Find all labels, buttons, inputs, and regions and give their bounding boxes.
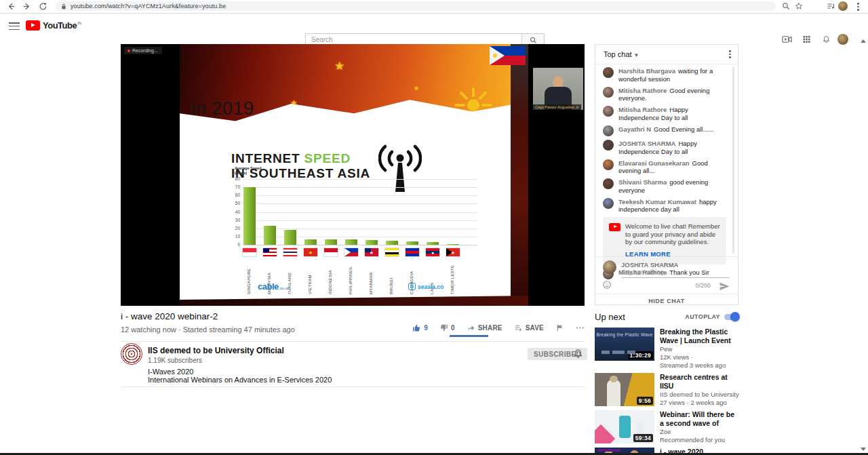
chat-message-body: Harshita Bhargavawaiting for a wonderful… bbox=[618, 67, 726, 83]
country-flag-indonesia bbox=[324, 248, 338, 256]
hide-chat-button[interactable]: HIDE CHAT bbox=[595, 298, 738, 304]
chart-gridline bbox=[243, 212, 477, 213]
chat-message-input[interactable] bbox=[621, 268, 730, 278]
back-icon[interactable] bbox=[7, 2, 16, 11]
autoplay-toggle[interactable] bbox=[724, 314, 739, 320]
divider bbox=[121, 387, 585, 387]
video-info: Breaking the Plastic Wave | Launch Event… bbox=[654, 328, 739, 370]
forward-icon[interactable] bbox=[22, 2, 31, 11]
chart-y-axis-label: Average Speed (Mbps) bbox=[235, 166, 266, 175]
seasia-logo: seasia.co bbox=[408, 283, 443, 290]
chart-gridline bbox=[243, 187, 477, 188]
up-next-item[interactable]: 59:34Webinar: Will there be a second wav… bbox=[595, 410, 739, 444]
chat-avatar bbox=[603, 140, 614, 151]
philippines-flag bbox=[490, 46, 526, 65]
apps-grid-icon[interactable] bbox=[802, 35, 810, 43]
video-player[interactable]: ★ ★ ★ ★ In 2019 INTERNET SPEED IN SOUTHE… bbox=[121, 44, 585, 306]
up-next-list: Breaking the Plastic Wave1:30:29Breaking… bbox=[595, 328, 739, 455]
thumbs-down-icon bbox=[439, 323, 448, 332]
chat-avatar bbox=[603, 67, 614, 78]
chart-category-label: SINGAPORE bbox=[247, 259, 251, 294]
channel-bell-icon[interactable] bbox=[573, 349, 583, 359]
chart-bar bbox=[427, 242, 439, 245]
chat-avatar bbox=[603, 159, 614, 170]
youtube-logo[interactable]: YouTube IN bbox=[26, 20, 81, 31]
chart-bar bbox=[304, 239, 317, 245]
notice-body: Welcome to live chat! Remember to guard … bbox=[625, 222, 720, 259]
chat-message: Mitisha RathoreHappy Independence Day to… bbox=[603, 106, 726, 121]
chart-bar bbox=[366, 240, 378, 245]
chart-y-tick: 0 bbox=[231, 242, 240, 247]
report-button[interactable] bbox=[555, 323, 564, 332]
send-icon[interactable] bbox=[719, 281, 730, 290]
youtube-wordmark: YouTube bbox=[43, 20, 77, 31]
emoji-icon[interactable] bbox=[602, 280, 612, 290]
search-icon bbox=[530, 37, 537, 44]
toggle-knob bbox=[730, 312, 740, 321]
scrollbar-down-arrow[interactable] bbox=[861, 448, 866, 451]
dislike-button[interactable]: 0 bbox=[439, 323, 455, 332]
chat-message: Elavarasi GunasekaranGood evening all... bbox=[603, 159, 726, 175]
url-text: youtube.com/watch?v=qAYCMz1Aurk&feature=… bbox=[71, 3, 226, 9]
save-button[interactable]: SAVE bbox=[514, 323, 544, 332]
cable-suffix: .co.uk bbox=[279, 286, 290, 290]
slide-sky-banner: ★ ★ ★ ★ bbox=[180, 44, 528, 140]
zoom-page-icon[interactable] bbox=[782, 2, 790, 11]
channel-avatar[interactable] bbox=[121, 343, 142, 365]
video-description: I-Waves 2020 International Webinars on A… bbox=[148, 368, 332, 384]
chat-menu-icon[interactable] bbox=[729, 50, 731, 60]
youtube-watch-page: youtube.com/watch?v=qAYCMz1Aurk&feature=… bbox=[0, 0, 868, 455]
chart-category-label: TIMOR LESTE bbox=[450, 259, 454, 294]
channel-name[interactable]: IIS deemed to be University Official bbox=[148, 346, 284, 355]
chart-category-label: INDONESIA bbox=[328, 259, 332, 294]
up-next-item[interactable]: Breaking the Plastic Wave1:30:29Breaking… bbox=[595, 328, 739, 370]
video-stats: 12 watching now · Started streaming 47 m… bbox=[121, 325, 295, 334]
bookmark-star-icon[interactable] bbox=[795, 2, 803, 11]
account-avatar[interactable] bbox=[837, 34, 848, 45]
chat-author: Harshita Bhargava bbox=[618, 67, 675, 75]
chat-avatar bbox=[603, 125, 614, 136]
flag-emblem: ★ bbox=[304, 248, 317, 256]
browser-profile-avatar[interactable] bbox=[838, 1, 848, 11]
video-meta: Pew bbox=[660, 345, 739, 353]
chat-author: Mitisha Rathore bbox=[618, 87, 667, 94]
video-thumbnail: 9:56 bbox=[595, 373, 654, 406]
notifications-bell-icon[interactable] bbox=[821, 35, 830, 43]
padlock-icon bbox=[61, 3, 66, 9]
chart-y-tick: 80 bbox=[231, 176, 240, 181]
like-button[interactable]: 9 bbox=[412, 323, 428, 332]
recording-dot-icon bbox=[127, 50, 130, 52]
browser-menu-icon[interactable] bbox=[857, 3, 859, 12]
flag-emblem: ★ bbox=[446, 248, 460, 256]
chart-category-label: BRUNEI bbox=[389, 259, 393, 294]
more-actions-button[interactable] bbox=[576, 323, 585, 332]
chat-mode-dropdown[interactable]: Top chat▼ bbox=[604, 50, 639, 58]
chart-gridline bbox=[243, 179, 477, 180]
chat-message-body: Teekesh Kumar Kumawathappy independence … bbox=[618, 198, 726, 214]
up-next-item[interactable]: 9:56Research centres at IISUIIS deemed t… bbox=[595, 373, 739, 407]
guide-menu-icon[interactable] bbox=[9, 22, 20, 31]
up-next-section: Up next AUTOPLAY Breaking the Plastic Wa… bbox=[595, 311, 739, 455]
flag-canton bbox=[263, 248, 269, 252]
philippine-sun-art bbox=[450, 86, 497, 123]
chat-message-body: Mitisha RathoreHappy Independence Day to… bbox=[618, 106, 726, 121]
chart-gridline bbox=[243, 245, 477, 245]
chart-bar bbox=[243, 187, 256, 245]
youtube-masthead: YouTube IN bbox=[0, 14, 868, 39]
video-meta: 12K views · bbox=[660, 353, 739, 361]
presentation-slide: ★ ★ ★ ★ In 2019 INTERNET SPEED IN SOUTHE… bbox=[180, 44, 528, 306]
scrollbar-up-arrow[interactable] bbox=[861, 39, 866, 43]
share-button[interactable]: SHARE bbox=[467, 323, 502, 332]
chat-avatar bbox=[603, 106, 614, 117]
chart-gridline bbox=[243, 229, 477, 229]
divider bbox=[595, 256, 738, 257]
create-video-icon[interactable] bbox=[782, 35, 792, 43]
video-thumbnail: Breaking the Plastic Wave1:30:29 bbox=[595, 328, 654, 361]
refresh-icon[interactable] bbox=[39, 2, 47, 11]
country-flag-thailand bbox=[283, 248, 297, 256]
address-bar[interactable]: youtube.com/watch?v=qAYCMz1Aurk&feature=… bbox=[56, 1, 776, 11]
chart-y-tick: 20 bbox=[231, 226, 240, 231]
duration-badge: 1:30:29 bbox=[628, 351, 653, 359]
chat-scrollbar[interactable] bbox=[732, 66, 734, 254]
extension-icon[interactable] bbox=[827, 2, 835, 11]
